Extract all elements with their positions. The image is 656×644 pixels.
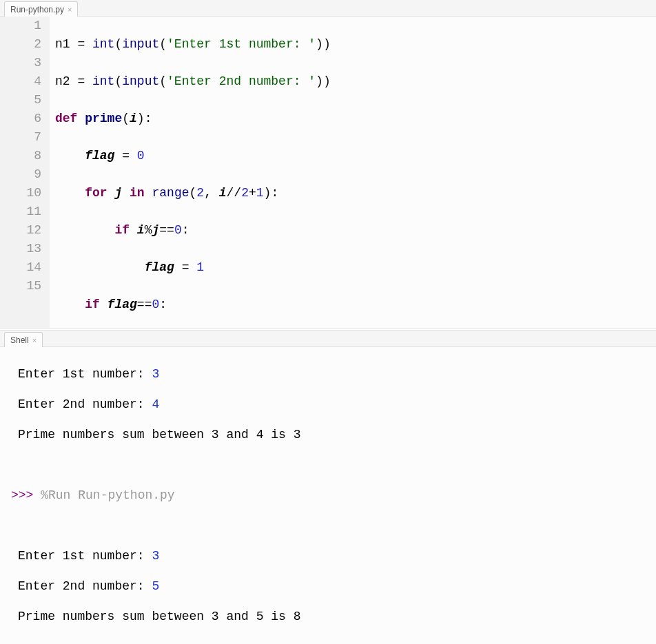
shell-line: Enter 1st number: 3 <box>11 548 648 563</box>
editor-tab-bar: Run-python.py × <box>0 0 656 17</box>
shell-line <box>11 518 648 533</box>
line-number: 9 <box>0 165 41 184</box>
line-number: 13 <box>0 240 41 258</box>
shell-line <box>11 639 648 644</box>
line-number: 3 <box>0 54 41 72</box>
code-line: if i%j==0: <box>55 221 650 240</box>
code-line: n1 = int(input('Enter 1st number: ')) <box>55 35 650 54</box>
shell-output[interactable]: Enter 1st number: 3 Enter 2nd number: 4 … <box>0 347 656 644</box>
line-number: 7 <box>0 128 41 147</box>
line-number: 1 <box>0 17 41 35</box>
code-line: for j in range(2, i//2+1): <box>55 184 650 202</box>
editor-tab[interactable]: Run-python.py × <box>4 1 78 17</box>
code-editor[interactable]: 1 2 3 4 5 6 7 8 9 10 11 12 13 14 15 n1 =… <box>0 17 656 328</box>
close-icon[interactable]: × <box>68 6 72 14</box>
shell-line: Enter 2nd number: 5 <box>11 579 648 594</box>
shell-line: Prime numbers sum between 3 and 4 is 3 <box>11 427 648 442</box>
line-number-gutter: 1 2 3 4 5 6 7 8 9 10 11 12 13 14 15 <box>0 17 50 328</box>
code-area[interactable]: n1 = int(input('Enter 1st number: ')) n2… <box>50 17 656 328</box>
line-number: 5 <box>0 91 41 110</box>
line-number: 8 <box>0 147 41 165</box>
shell-line: >>> %Run Run-python.py <box>11 488 648 503</box>
line-number: 6 <box>0 110 41 128</box>
shell-tab-bar: Shell × <box>0 331 656 347</box>
shell-line: Enter 1st number: 3 <box>11 366 648 382</box>
line-number: 15 <box>0 277 41 295</box>
code-line: if flag==0: <box>55 295 650 314</box>
shell-tab-label: Shell <box>10 335 29 345</box>
line-number: 12 <box>0 221 41 240</box>
line-number: 14 <box>0 258 41 277</box>
line-number: 10 <box>0 184 41 202</box>
line-number: 11 <box>0 202 41 221</box>
code-line: n2 = int(input('Enter 2nd number: ')) <box>55 72 650 91</box>
shell-line <box>11 457 648 472</box>
editor-tab-label: Run-python.py <box>10 5 64 14</box>
shell-pane: Shell × Enter 1st number: 3 Enter 2nd nu… <box>0 331 656 644</box>
code-line: def prime(i): <box>55 110 650 128</box>
shell-line: Enter 2nd number: 4 <box>11 397 648 412</box>
shell-tab[interactable]: Shell × <box>4 332 43 347</box>
line-number: 2 <box>0 35 41 54</box>
line-number: 4 <box>0 72 41 91</box>
code-line: flag = 0 <box>55 147 650 165</box>
close-icon[interactable]: × <box>32 336 37 344</box>
shell-line: Prime numbers sum between 3 and 5 is 8 <box>11 609 648 624</box>
code-line: flag = 1 <box>55 258 650 277</box>
